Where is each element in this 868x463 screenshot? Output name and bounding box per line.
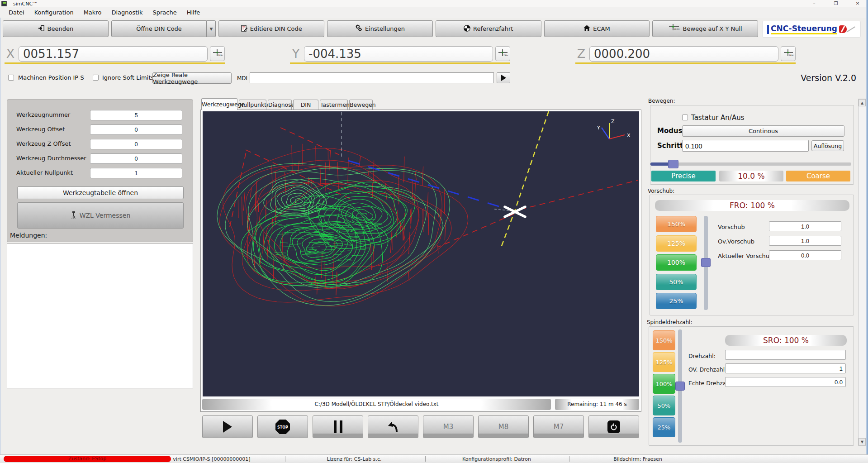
zero-y-button[interactable]: ZERO — [495, 46, 510, 61]
meldungen-label: Meldungen: — [10, 232, 47, 239]
spindle-slider-handle[interactable] — [675, 382, 685, 391]
dro-z-group: Z ZERO — [575, 45, 796, 64]
feed-slider-handle[interactable] — [701, 258, 711, 267]
maximize-button[interactable]: ❐ — [830, 0, 842, 6]
logo-blue-bar — [767, 25, 769, 34]
m8-button[interactable]: M8 — [478, 415, 529, 438]
cnc-steuerung-logo: CNC-Steuerung — [762, 21, 861, 38]
license-status: Lizenz für: CS-Lab s.c. — [327, 456, 381, 462]
tab-din-code[interactable]: DIN Code — [293, 100, 318, 110]
tool-field-row: Aktueller Nullpunkt — [7, 168, 194, 178]
jog-speed-slider-fill — [650, 162, 669, 166]
svg-text:ZERO: ZERO — [218, 54, 223, 56]
tab-bewegen[interactable]: Bewegen — [349, 100, 373, 110]
toolpath-3d-view[interactable]: YZX — [203, 111, 639, 396]
editiere-din-button[interactable]: Editiere DIN Code — [218, 20, 324, 37]
zeige-reale-werkzeugwege-button[interactable]: Zeige Reale Werkzeugwege — [152, 72, 232, 84]
aufloesung-button[interactable]: Auflösung — [811, 140, 844, 151]
feed-50-button[interactable]: 50% — [656, 274, 697, 290]
close-button[interactable]: ✕ — [851, 0, 864, 6]
cycle-start-button[interactable] — [202, 415, 253, 438]
ecam-button[interactable]: ECAM — [544, 20, 650, 37]
zero-z-button[interactable]: ZERO — [781, 46, 796, 61]
logo-swoosh — [846, 26, 855, 32]
ov-drehzahl-input[interactable] — [725, 363, 846, 373]
modus-button[interactable]: Continous — [682, 125, 844, 137]
menu-diagnostik[interactable]: Diagnostik — [106, 8, 147, 17]
aktueller-nullpunkt-input[interactable] — [90, 168, 182, 178]
precise-button[interactable]: Precise — [651, 171, 716, 181]
vorschub-input[interactable] — [769, 221, 841, 231]
werkzeugnummer-input[interactable] — [90, 110, 182, 120]
jog-speed-slider-track[interactable] — [650, 162, 851, 166]
spindle-150-button[interactable]: 150% — [653, 330, 675, 350]
minimize-button[interactable]: – — [808, 0, 821, 6]
einstellungen-button[interactable]: Einstellungen — [327, 20, 433, 37]
stop-octagon-icon: STOP — [275, 419, 290, 434]
tab-tastermenu[interactable]: Tastermenü — [320, 100, 348, 110]
zero-x-button[interactable]: ZERO — [210, 46, 225, 61]
feed-100-button[interactable]: 100% — [656, 254, 697, 271]
menu-sprache[interactable]: Sprache — [147, 8, 181, 17]
feed-125-button[interactable]: 125% — [656, 235, 697, 252]
spindle-125-button[interactable]: 125% — [653, 352, 675, 372]
scroll-down-arrow[interactable]: ▼ — [859, 438, 866, 445]
feed-25-button[interactable]: 25% — [656, 293, 697, 309]
werkzeug-z-offset-input[interactable] — [90, 139, 182, 149]
echte-drehzahl-input[interactable] — [725, 377, 846, 387]
wzl-label: WZL Vermessen — [80, 212, 131, 219]
stop-button[interactable]: STOP — [257, 415, 308, 438]
tab-diagnose[interactable]: Diagnose — [268, 100, 292, 110]
jog-speed-slider-handle[interactable] — [668, 160, 678, 168]
ov-vorschub-input[interactable] — [769, 236, 841, 246]
messages-box — [7, 243, 193, 388]
tastatur-checkbox[interactable] — [682, 115, 688, 120]
pause-button[interactable] — [313, 415, 363, 438]
menu-datei[interactable]: Datei — [4, 8, 29, 17]
mdi-run-button[interactable] — [497, 72, 510, 83]
power-button[interactable] — [588, 415, 639, 438]
profile-status: Konfigurationsprofil: Datron — [462, 456, 531, 462]
bewege-xy-null-button[interactable]: ZERO Bewege auf X Y Null — [652, 20, 758, 37]
rewind-button[interactable] — [368, 415, 418, 438]
menu-hilfe[interactable]: Hilfe — [182, 8, 205, 17]
statusbar-separator — [425, 456, 426, 462]
dro-x-value[interactable] — [19, 46, 208, 62]
oeffne-din-button[interactable]: Öffne DIN Code — [111, 20, 207, 37]
tab-werkzeugwege[interactable]: Werkzeugwege — [201, 98, 237, 110]
werkzeug-durchmesser-input[interactable] — [90, 153, 182, 164]
spindle-25-button[interactable]: 25% — [653, 417, 675, 437]
aktueller-vorschub-row-label: Aktueller Vorschub — [718, 253, 773, 259]
werkzeugtabelle-button[interactable]: Werkzeugtabelle öffnen — [17, 186, 184, 199]
scroll-up-arrow[interactable]: ▲ — [859, 99, 866, 106]
beenden-button[interactable]: Beenden — [3, 20, 109, 37]
spindle-100-button[interactable]: 100% — [653, 374, 675, 394]
m3-button[interactable]: M3 — [423, 415, 474, 438]
m7-button[interactable]: M7 — [533, 415, 584, 438]
menu-makro[interactable]: Makro — [79, 8, 107, 17]
coarse-button[interactable]: Coarse — [786, 171, 850, 181]
dro-y-value[interactable] — [304, 46, 493, 62]
sro-display: SRO: 100 % — [725, 335, 847, 346]
wzl-vermessen-button[interactable]: WZL Vermessen — [17, 202, 184, 229]
mdi-input[interactable] — [250, 72, 494, 83]
dro-z-value[interactable] — [589, 46, 778, 62]
app-icon — [1, 1, 7, 6]
drehzahl-input[interactable] — [725, 350, 846, 360]
menu-konfiguration[interactable]: Konfiguration — [29, 8, 79, 17]
werkzeug-offset-input[interactable] — [90, 124, 182, 135]
svg-text:ZERO: ZERO — [503, 54, 508, 56]
feed-150-button[interactable]: 150% — [656, 216, 697, 232]
tastatur-label: Tastatur An/Aus — [691, 114, 745, 122]
referenzfahrt-button[interactable]: Referenzfahrt — [436, 20, 541, 37]
schritt-input[interactable] — [682, 140, 809, 152]
spindle-50-button[interactable]: 50% — [653, 396, 675, 415]
jog-percent-display: 10.0 % — [719, 171, 783, 181]
statusbar-separator — [285, 456, 285, 462]
bewege-label: Bewege auf X Y Null — [683, 25, 742, 32]
ignore-soft-limits-checkbox[interactable] — [93, 75, 99, 81]
right-scrollbar[interactable]: ▲ ▼ — [858, 99, 866, 446]
aktueller-vorschub-input[interactable] — [769, 250, 841, 260]
oeffne-din-dropdown-arrow[interactable]: ▼ — [207, 20, 216, 37]
machine-position-checkbox[interactable] — [8, 75, 14, 81]
